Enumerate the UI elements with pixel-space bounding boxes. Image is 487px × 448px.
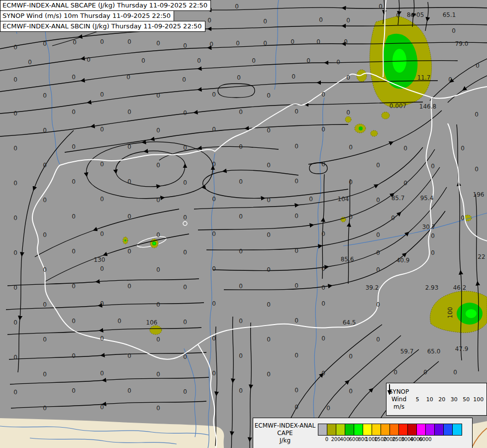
map-value-label: 0 <box>43 405 47 412</box>
wind-scale-value: 30 <box>451 396 458 403</box>
map-value-label: 0 <box>321 300 325 307</box>
map-value-label: 40.9 <box>396 257 410 264</box>
map-value-label: 0 <box>431 232 435 239</box>
map-value-label: 0 <box>267 336 271 343</box>
map-value-label: 0 <box>376 231 380 238</box>
map-value-label: 0 <box>349 179 353 186</box>
map-value-label: 65.0 <box>427 348 441 355</box>
map-value-label: 0 <box>212 230 216 237</box>
map-value-label: 0 <box>212 196 216 203</box>
map-value-label: 0 <box>72 109 76 115</box>
map-value-label: 0 <box>376 162 380 169</box>
map-value-label: 0 <box>72 178 76 185</box>
wind-scale-value: 5 <box>416 396 419 403</box>
map-value-label: 95.4 <box>420 195 434 202</box>
wind-legend-subtitle: Wind <box>387 396 411 403</box>
map-value-label: 0 <box>267 92 271 99</box>
map-labels-layer: 0000000000000000000000000000000000000000… <box>0 0 487 448</box>
wind-scale-item: 50 <box>460 396 472 403</box>
map-value-label: 0 <box>294 108 298 115</box>
map-value-label: 0 <box>43 197 47 204</box>
map-value-label: 0 <box>267 231 271 238</box>
map-value-label: 0 <box>72 213 76 220</box>
map-value-label: 0 <box>396 12 400 19</box>
map-value-label: 85.7 <box>391 195 405 202</box>
map-value-label: 0 <box>13 354 17 361</box>
map-value-label: 0 <box>391 215 395 222</box>
cape-color-cell <box>381 424 390 435</box>
map-value-label: 0 <box>376 336 380 343</box>
map-value-label: 0 <box>461 145 465 152</box>
map-value-label: 0 <box>212 370 216 377</box>
map-value-label: 0 <box>239 352 243 359</box>
title-line-sbcin: ECMWF-INDEX-ANAL SBCIN (J/kg) Thursday 1… <box>0 21 205 32</box>
map-value-label: 0 <box>306 57 310 64</box>
map-value-label: 0 <box>239 109 243 115</box>
cape-color-cell <box>399 424 408 435</box>
map-value-label: 196 <box>473 191 485 198</box>
cape-color-cell <box>417 424 426 435</box>
map-value-label: 0 <box>72 352 76 359</box>
map-value-label: 0 <box>156 371 160 378</box>
map-value-label: 0 <box>13 284 17 291</box>
map-value-label: 2.93 <box>425 284 439 291</box>
map-value-label: 0 <box>403 145 407 152</box>
cape-legend-subtitle: CAPE <box>253 430 317 437</box>
map-value-label: 0 <box>72 143 76 150</box>
map-value-label: 0 <box>403 180 407 187</box>
cape-color-cell <box>363 424 372 435</box>
map-value-label: 0 <box>321 284 325 291</box>
map-value-label: 0 <box>127 387 131 394</box>
map-value-label: 0 <box>197 57 201 64</box>
map-value-label: 0 <box>209 41 213 48</box>
map-value-label: 0 <box>183 249 187 256</box>
map-value-label: 0 <box>72 74 76 81</box>
map-value-label: 0 <box>212 126 216 133</box>
map-value-label: 0 <box>326 405 330 412</box>
map-value-label: 0 <box>13 44 17 51</box>
map-value-label: 0 <box>127 248 131 255</box>
cape-legend: ECMWF-INDEX-ANAL CAPE J/kg 0200400600800… <box>253 418 473 448</box>
map-value-label: 0 <box>183 214 187 221</box>
map-value-label: 0 <box>235 3 239 10</box>
map-value-label: 0 <box>183 284 187 291</box>
map-value-label: 0 <box>156 231 160 238</box>
map-value-label: 64.5 <box>343 319 356 326</box>
cape-colorbar-wrap: 0200400600800100015002000250030004000600… <box>317 422 472 445</box>
map-value-label: 0 <box>183 110 187 116</box>
cape-color-cell <box>345 424 354 435</box>
map-value-label: 0 <box>43 127 47 134</box>
map-value-label: 0 <box>431 249 435 256</box>
map-value-label: 0 <box>100 370 104 377</box>
cape-color-cell <box>408 424 417 435</box>
map-value-label: 0 <box>43 301 47 308</box>
map-value-label: 0 <box>13 389 17 396</box>
map-value-label: 0 <box>156 127 160 134</box>
map-value-label: 0 <box>267 162 271 169</box>
map-value-label: 0 <box>156 92 160 99</box>
map-value-label: 0 <box>294 143 298 150</box>
wind-scale-value: 20 <box>438 396 445 403</box>
map-value-label: 0 <box>431 163 435 170</box>
map-value-label: 0 <box>127 352 131 359</box>
map-value-label: 0 <box>13 319 17 326</box>
wind-legend-unit: m/s <box>387 403 411 411</box>
map-value-label: 0 <box>346 17 350 24</box>
map-value-label: 0 <box>28 59 32 66</box>
map-value-label: 0 <box>156 162 160 169</box>
map-value-label: 0 <box>43 231 47 238</box>
map-value-label: 0 <box>212 265 216 272</box>
map-value-label: 0 <box>183 42 187 49</box>
map-value-label: 59.7 <box>400 348 414 355</box>
map-value-label: 0 <box>461 215 465 222</box>
map-value-label: 0 <box>43 266 47 273</box>
map-value-label: 0 <box>336 59 340 66</box>
map-value-label: 0 <box>475 111 479 118</box>
wind-arrow-down-icon <box>387 383 392 395</box>
map-value-label: 0 <box>475 166 479 173</box>
wind-legend: SYNOP Wind m/s 510203050100 <box>386 383 487 416</box>
wind-scale-item: 10 <box>424 396 436 403</box>
map-value-label: 0 <box>127 143 131 150</box>
map-value-label: 0 <box>212 91 216 98</box>
map-value-label: 0 <box>294 352 298 359</box>
